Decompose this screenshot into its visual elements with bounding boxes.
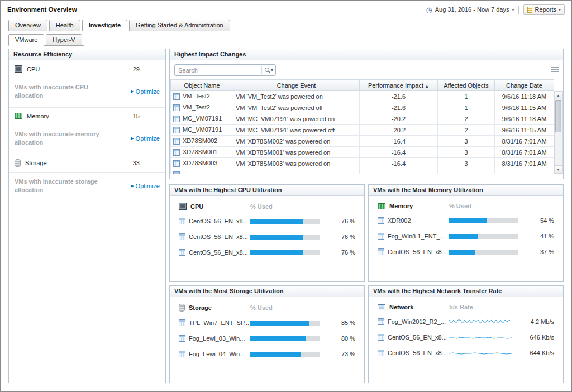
scrollbar-track[interactable] <box>555 99 562 165</box>
sort-asc-icon: ▲ <box>423 84 429 89</box>
customizer-icon[interactable] <box>551 67 559 73</box>
memory-utilization-list: XDR00254 %Fog_Win8.1_ENT_...41 %CentOS_5… <box>369 213 563 260</box>
tab-investigate[interactable]: Investigate <box>82 20 127 31</box>
column-header-change-event[interactable]: Change Event <box>233 80 360 91</box>
table-row[interactable]: XD78SM001VM 'XD78SM001' was powered on-1… <box>171 147 554 158</box>
table-row[interactable]: XD78SM003VM 'XD78SM003' was powered on-1… <box>171 158 554 169</box>
table-row[interactable]: VM_Test2VM 'VM_Test2' was powered off-21… <box>171 102 554 113</box>
column-header-change-date[interactable]: Change Date <box>495 80 554 91</box>
optimize-link[interactable]: ▶Optimize <box>131 183 160 189</box>
vm-icon <box>179 218 185 224</box>
reports-button[interactable]: Reports ▾ <box>523 4 565 15</box>
vm-icon <box>179 249 185 256</box>
affected-objects-cell: 1 <box>438 91 495 102</box>
change-date-cell: 8/31/16 7:01 AM <box>495 136 554 147</box>
column-header-performance-impact[interactable]: Performance Impact ▲ <box>360 80 438 91</box>
optimize-row-storage: VMs with inaccurate storage allocation▶O… <box>9 173 165 202</box>
table-row[interactable]: MC_VM07191VM 'MC_VM07191' was powered on… <box>171 113 554 125</box>
vm-name: TPL_Win7_ENT_SP... <box>189 319 249 326</box>
scroll-up-button[interactable]: ▲ <box>555 92 562 99</box>
tab-getting-started-administration[interactable]: Getting Started & Administration <box>129 20 230 31</box>
panel-title: VMs with the Highest CPU Utilization <box>170 185 364 196</box>
utilization-value: 76 % <box>341 218 355 224</box>
utilization-bar <box>250 219 320 224</box>
play-icon: ▶ <box>131 136 134 141</box>
scrollbar-thumb[interactable] <box>555 100 561 132</box>
environment-overview-page: Environment Overview ◷ Aug 31, 2016 - No… <box>0 0 572 392</box>
report-icon <box>527 7 532 13</box>
memory-utilization-panel: VMs with the Most Memory Utilization Mem… <box>368 184 564 282</box>
change-date-cell: 9/6/16 11:18 AM <box>495 113 554 125</box>
resource-efficiency-body: CPU29VMs with inaccurate CPU allocation▶… <box>9 60 165 202</box>
change-event-cell: VM 'VM_Test2' was powered on <box>233 91 360 102</box>
tab-health[interactable]: Health <box>49 20 80 31</box>
arrow-up-icon: ▲ <box>557 94 560 97</box>
vm-name: CentOS_56_EN_x8... <box>189 218 248 224</box>
utilization-grid: VMs with the Highest CPU Utilization CPU… <box>169 184 564 383</box>
change-date-cell: 9/6/16 11:15 AM <box>495 102 554 113</box>
vm-utilization-row: CentOS_56_EN_x8...644 Kb/s <box>369 345 563 361</box>
chevron-down-icon[interactable]: ▾ <box>271 68 273 73</box>
vm-name: Fog_Win2012_R2_... <box>388 318 446 325</box>
metric-label: CPU <box>27 66 40 73</box>
page-title: Environment Overview <box>7 6 77 13</box>
panel-title: Highest Impact Changes <box>170 49 563 60</box>
panel-title: VMs with the Highest Network Transfer Ra… <box>369 286 563 297</box>
column-header-object-name[interactable]: Object Name <box>171 80 233 91</box>
subtab-hyper-v[interactable]: Hyper-V <box>46 34 82 46</box>
table-row-partial <box>171 169 554 175</box>
optimize-link[interactable]: ▶Optimize <box>131 135 160 142</box>
table-row[interactable]: MC_VM07191VM 'MC_VM07191' was powered of… <box>171 125 554 136</box>
change-event-cell: VM 'MC_VM07191' was powered on <box>233 113 360 125</box>
change-date-cell: 9/6/16 11:15 AM <box>495 125 554 136</box>
subtab-vmware[interactable]: VMware <box>8 34 44 46</box>
table-row[interactable]: XD78SM002VM 'XD78SM002' was powered on-1… <box>171 136 554 147</box>
play-icon: ▶ <box>131 184 134 188</box>
change-event-cell: VM 'XD78SM003' was powered on <box>233 158 360 169</box>
utilization-bar <box>449 218 518 223</box>
vm-icon <box>173 171 180 174</box>
time-range-label: Aug 31, 2016 - Now 7 days <box>435 6 509 13</box>
metric-note: VMs with inaccurate CPU allocation <box>15 83 103 100</box>
vm-utilization-row: CentOS_56_EN_x8...76 % <box>170 229 364 245</box>
affected-objects-cell: 3 <box>438 136 495 147</box>
optimize-row-cpu: VMs with inaccurate CPU allocation▶Optim… <box>9 78 165 108</box>
time-range-selector[interactable]: ◷ Aug 31, 2016 - Now 7 days ▾ <box>426 6 514 13</box>
panel-title: Resource Efficiency <box>9 49 165 60</box>
metric-value: 29 <box>133 66 140 73</box>
cpu-utilization-panel: VMs with the Highest CPU Utilization CPU… <box>169 184 365 282</box>
memory-icon <box>378 203 385 209</box>
vm-name: CentOS_56_EN_x8... <box>388 350 447 356</box>
table-row[interactable]: VM_Test2VM 'VM_Test2' was powered on-21.… <box>171 91 554 102</box>
search-box[interactable]: ▾ <box>174 64 276 76</box>
scroll-down-button[interactable]: ▼ <box>555 165 562 173</box>
unit-label: % Used <box>449 203 471 209</box>
object-name: MC_VM07191 <box>183 115 222 122</box>
performance-impact-cell: -21.6 <box>360 102 438 113</box>
vm-utilization-row: Fog_Win2012_R2_...4.2 Mb/s <box>369 314 563 329</box>
metric-row-storage: Storage33 <box>9 154 165 173</box>
object-name: XD78SM003 <box>183 160 217 166</box>
optimize-link[interactable]: ▶Optimize <box>131 88 160 95</box>
vm-name: CentOS_56_EN_x8... <box>388 248 447 255</box>
performance-impact-cell: -20.2 <box>360 113 438 125</box>
right-column: Highest Impact Changes ▾ Object NameChan… <box>169 49 564 383</box>
metric-value: 33 <box>133 160 140 166</box>
topbar-actions: ◷ Aug 31, 2016 - Now 7 days ▾ Reports ▾ <box>426 4 565 15</box>
cpu-icon <box>179 203 187 210</box>
impact-changes-table: Object NameChange EventPerformance Impac… <box>170 79 554 174</box>
utilization-value: 37 % <box>540 248 554 255</box>
tab-overview[interactable]: Overview <box>8 20 47 31</box>
utilization-value: 4.2 Mb/s <box>531 318 554 325</box>
table-scrollbar[interactable]: ▲ ▼ <box>554 91 563 174</box>
vm-name: CentOS_56_EN_x8... <box>388 334 447 341</box>
column-header-affected-objects[interactable]: Affected Objects <box>438 80 495 91</box>
vm-name: Fog_Lewi_04_Win... <box>189 351 245 357</box>
utilization-bar <box>449 250 518 255</box>
sub-tabs: VMwareHyper-V <box>8 34 84 46</box>
vm-icon <box>378 334 384 341</box>
search-input[interactable] <box>178 67 259 74</box>
change-event-cell: VM 'XD78SM001' was powered on <box>233 147 360 158</box>
search-icon[interactable] <box>264 67 271 74</box>
dashboard-content: Resource Efficiency CPU29VMs with inaccu… <box>1 46 571 388</box>
